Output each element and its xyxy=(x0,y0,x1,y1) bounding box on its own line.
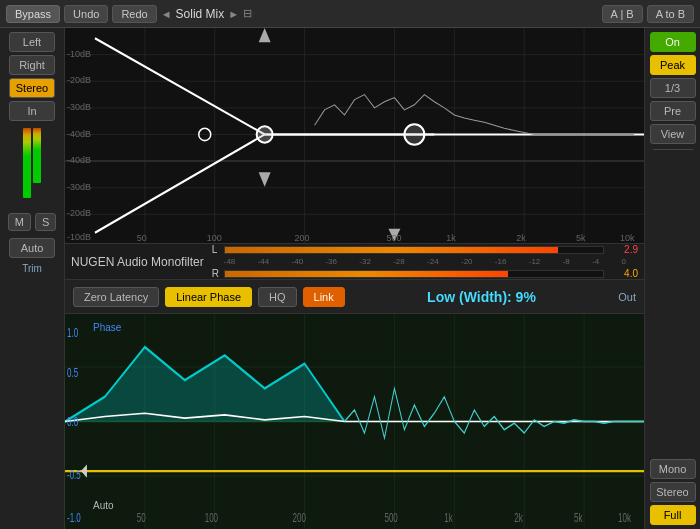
view-button[interactable]: View xyxy=(650,124,696,144)
s-button[interactable]: S xyxy=(35,213,56,231)
svg-text:2k: 2k xyxy=(516,233,526,243)
svg-text:-40dB: -40dB xyxy=(67,128,91,138)
level-meter xyxy=(23,128,41,208)
auto-button[interactable]: Auto xyxy=(9,238,55,258)
ms-row: M S xyxy=(8,213,57,231)
top-bar: Bypass Undo Redo ◄ Solid Mix ► ⊟ A | B A… xyxy=(0,0,700,28)
l-meter-fill xyxy=(225,247,558,253)
atob-button[interactable]: A to B xyxy=(647,5,694,23)
svg-text:1k: 1k xyxy=(444,510,453,525)
svg-point-15 xyxy=(257,126,273,142)
svg-text:500: 500 xyxy=(384,510,397,525)
lr-meters: L 2.9 -48-44-40-36-32-28-24-20-16-12-8-4… xyxy=(212,244,638,279)
zero-latency-button[interactable]: Zero Latency xyxy=(73,287,159,307)
svg-text:5k: 5k xyxy=(576,233,586,243)
eq-graph[interactable]: -10dB -20dB -30dB -40dB -40dB -30dB -20d… xyxy=(65,28,644,244)
meter-bar-right xyxy=(33,128,41,183)
third-button[interactable]: 1/3 xyxy=(650,78,696,98)
svg-text:100: 100 xyxy=(205,510,218,525)
svg-text:0.5: 0.5 xyxy=(67,365,78,380)
svg-text:-30dB: -30dB xyxy=(67,102,91,112)
svg-text:50: 50 xyxy=(137,510,146,525)
left-channel-button[interactable]: Left xyxy=(9,32,55,52)
right-panel: On Peak 1/3 Pre View Mono Stereo Full xyxy=(644,28,700,529)
svg-text:200: 200 xyxy=(295,233,310,243)
phase-svg: 1.0 0.5 0.0 -0.5 -1.0 50 100 200 500 1k … xyxy=(65,314,644,529)
full-button[interactable]: Full xyxy=(650,505,696,525)
svg-marker-17 xyxy=(259,28,271,42)
l-meter-row: L 2.9 xyxy=(212,244,638,255)
out-label: Out xyxy=(618,291,636,303)
center-area: -10dB -20dB -30dB -40dB -40dB -30dB -20d… xyxy=(65,28,644,529)
phase-label: Phase xyxy=(93,322,121,333)
phase-area[interactable]: 1.0 0.5 0.0 -0.5 -1.0 50 100 200 500 1k … xyxy=(65,314,644,529)
svg-text:500: 500 xyxy=(386,233,401,243)
svg-text:50: 50 xyxy=(137,233,147,243)
svg-text:10k: 10k xyxy=(620,233,635,243)
svg-text:-20dB: -20dB xyxy=(67,208,91,218)
svg-text:10k: 10k xyxy=(618,510,631,525)
right-channel-button[interactable]: Right xyxy=(9,55,55,75)
l-label: L xyxy=(212,244,220,255)
link-button[interactable]: Link xyxy=(303,287,345,307)
svg-text:0.0: 0.0 xyxy=(67,414,78,429)
preset-name: Solid Mix xyxy=(176,7,225,21)
main-content: Left Right Stereo In M S Auto Trim xyxy=(0,28,700,529)
stereo-channel-button[interactable]: Stereo xyxy=(9,78,55,98)
on-button[interactable]: On xyxy=(650,32,696,52)
svg-text:-20dB: -20dB xyxy=(67,75,91,85)
phase-auto-label: Auto xyxy=(93,500,114,511)
svg-text:-10dB: -10dB xyxy=(67,49,91,59)
svg-text:-40dB: -40dB xyxy=(67,155,91,165)
nugen-label: NUGEN Audio Monofilter xyxy=(71,255,204,269)
r-meter-value: 4.0 xyxy=(608,268,638,279)
svg-text:1.0: 1.0 xyxy=(67,325,78,340)
r-meter-fill xyxy=(225,271,509,277)
db-scale: -48-44-40-36-32-28-24-20-16-12-8-40 xyxy=(212,257,638,266)
undo-button[interactable]: Undo xyxy=(64,5,108,23)
hq-button[interactable]: HQ xyxy=(258,287,297,307)
r-label: R xyxy=(212,268,220,279)
info-bar: NUGEN Audio Monofilter L 2.9 -48-44-40-3… xyxy=(65,244,644,280)
divider-1 xyxy=(653,149,693,150)
svg-text:1k: 1k xyxy=(446,233,456,243)
redo-button[interactable]: Redo xyxy=(112,5,156,23)
stereo-output-button[interactable]: Stereo xyxy=(650,482,696,502)
bottom-right-panel: Mono Stereo Full xyxy=(650,459,696,525)
in-button[interactable]: In xyxy=(9,101,55,121)
left-panel: Left Right Stereo In M S Auto Trim xyxy=(0,28,65,529)
trim-label: Trim xyxy=(22,263,42,274)
copy-icon[interactable]: ⊟ xyxy=(243,7,252,20)
svg-text:100: 100 xyxy=(207,233,222,243)
mono-button[interactable]: Mono xyxy=(650,459,696,479)
m-button[interactable]: M xyxy=(8,213,31,231)
pre-button[interactable]: Pre xyxy=(650,101,696,121)
peak-button[interactable]: Peak xyxy=(650,55,696,75)
svg-text:-0.5: -0.5 xyxy=(67,467,81,482)
prev-preset-arrow[interactable]: ◄ xyxy=(161,8,172,20)
eq-svg: -10dB -20dB -30dB -40dB -40dB -30dB -20d… xyxy=(65,28,644,243)
svg-point-16 xyxy=(404,124,424,144)
r-meter-row: R 4.0 xyxy=(212,268,638,279)
svg-text:5k: 5k xyxy=(574,510,583,525)
ab-button[interactable]: A | B xyxy=(602,5,643,23)
meter-bar-left xyxy=(23,128,31,198)
svg-marker-18 xyxy=(259,172,271,186)
l-meter-track xyxy=(224,246,604,254)
svg-text:-10dB: -10dB xyxy=(67,232,91,242)
svg-text:-30dB: -30dB xyxy=(67,182,91,192)
r-meter-track xyxy=(224,270,604,278)
svg-text:2k: 2k xyxy=(514,510,523,525)
play-button[interactable]: ► xyxy=(228,8,239,20)
preset-area: ◄ Solid Mix ► ⊟ xyxy=(161,7,598,21)
bypass-button[interactable]: Bypass xyxy=(6,5,60,23)
controls-bar: Zero Latency Linear Phase HQ Link Low (W… xyxy=(65,280,644,314)
width-display: Low (Width): 9% xyxy=(351,289,613,305)
l-meter-value: 2.9 xyxy=(608,244,638,255)
svg-text:-1.0: -1.0 xyxy=(67,510,81,525)
linear-phase-button[interactable]: Linear Phase xyxy=(165,287,252,307)
svg-text:200: 200 xyxy=(293,510,306,525)
